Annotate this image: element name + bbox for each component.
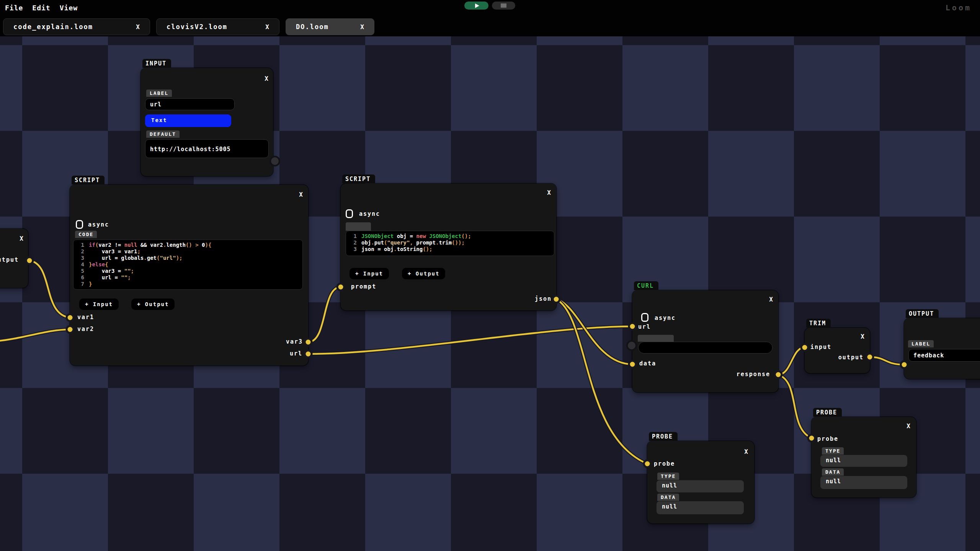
port-url-label: url xyxy=(290,350,302,357)
add-input-button[interactable]: + Input xyxy=(79,298,119,310)
tab-bar: code_explain.loom X clovisV2.loom X DO.l… xyxy=(3,18,374,35)
close-icon[interactable]: X xyxy=(20,235,23,242)
node-input[interactable]: INPUT X LABEL Text DEFAULT xyxy=(141,68,273,176)
run-button[interactable] xyxy=(464,2,488,10)
port-var2-label: var2 xyxy=(77,326,94,333)
stop-button[interactable] xyxy=(492,2,515,10)
node-probe-1[interactable]: PROBE X probe TYPE null DATA null xyxy=(647,441,754,523)
port-prompt-label: prompt xyxy=(351,283,376,290)
port-response-label: response xyxy=(737,371,770,378)
data-value: null xyxy=(657,501,744,514)
code-line: 3 url = globals.get("url"); xyxy=(76,255,299,261)
menu-file[interactable]: File xyxy=(5,4,23,12)
node-type-tag: SCRIPT xyxy=(342,174,375,183)
port-url-label: url xyxy=(638,323,651,330)
node-type-tag: CURL xyxy=(634,281,658,290)
close-icon[interactable]: X xyxy=(299,191,303,198)
async-checkbox[interactable] xyxy=(346,209,353,218)
code-tag-empty xyxy=(346,222,371,231)
async-label: async xyxy=(88,221,109,228)
data-tag: DATA xyxy=(822,468,844,476)
label-tag: LABEL xyxy=(146,90,172,97)
tab-close-icon[interactable]: X xyxy=(360,23,364,31)
type-select-button[interactable]: Text xyxy=(145,114,231,127)
app-title: Loom xyxy=(946,3,972,12)
node-probe-2[interactable]: PROBE X probe TYPE null DATA null xyxy=(812,417,916,497)
node-type-tag: TRIM xyxy=(806,319,831,328)
port-var3-label: var3 xyxy=(286,338,303,345)
node-type-tag: OUTPUT xyxy=(906,309,939,318)
curl-url-field[interactable] xyxy=(638,342,773,354)
node-script-2[interactable]: SCRIPT X async 1JSONObject obj = new JSO… xyxy=(341,184,556,310)
node-output[interactable]: OUTPUT LABEL xyxy=(904,318,980,379)
node-type-tag: SCRIPT xyxy=(72,176,105,184)
node-cutoff-left[interactable]: X output xyxy=(0,229,28,288)
port-json-label: json xyxy=(535,295,552,302)
tab-do-loom-active[interactable]: DO.loom X xyxy=(286,18,374,35)
node-type-tag: INPUT xyxy=(142,59,171,68)
menubar: File Edit View xyxy=(5,4,78,12)
header-bar: File Edit View Loom code_explain.loom X … xyxy=(0,0,980,36)
port-data-label: data xyxy=(639,360,656,367)
menu-view[interactable]: View xyxy=(60,4,78,12)
close-icon[interactable]: X xyxy=(861,333,864,340)
label-tag: LABEL xyxy=(908,340,934,347)
data-value: null xyxy=(820,476,907,489)
port-output-label: output xyxy=(0,256,19,263)
data-tag: DATA xyxy=(657,494,679,501)
code-line: 5 var3 = ""; xyxy=(76,268,299,274)
code-line: 3json = obj.toString(); xyxy=(348,246,550,253)
field-tag-empty xyxy=(638,335,674,342)
tab-code-explain[interactable]: code_explain.loom X xyxy=(3,18,150,35)
close-icon[interactable]: X xyxy=(769,296,773,303)
input-label-field[interactable] xyxy=(145,98,235,110)
add-output-button[interactable]: + Output xyxy=(402,268,445,279)
add-input-button[interactable]: + Input xyxy=(350,268,389,279)
node-type-tag: PROBE xyxy=(813,408,842,417)
close-icon[interactable]: X xyxy=(547,189,551,196)
code-editor[interactable]: 1JSONObject obj = new JSONObject();2obj.… xyxy=(346,231,554,256)
async-label: async xyxy=(359,210,380,217)
close-icon[interactable]: X xyxy=(744,448,748,455)
code-line: 2 var3 = var1; xyxy=(76,248,299,255)
port-probe-label: probe xyxy=(817,435,838,442)
type-value: null xyxy=(820,455,907,467)
close-icon[interactable]: X xyxy=(906,422,910,430)
code-line: 7} xyxy=(76,281,299,287)
input-default-field[interactable] xyxy=(145,139,269,158)
close-icon[interactable]: X xyxy=(265,75,268,82)
node-type-tag: PROBE xyxy=(649,432,678,441)
type-value: null xyxy=(657,480,744,492)
loom-app: File Edit View Loom code_explain.loom X … xyxy=(0,0,980,551)
tab-close-icon[interactable]: X xyxy=(136,23,140,31)
menu-edit[interactable]: Edit xyxy=(32,4,50,12)
type-tag: TYPE xyxy=(657,473,679,480)
port-input-label: input xyxy=(810,344,831,350)
async-checkbox[interactable] xyxy=(76,220,83,229)
node-script-1[interactable]: SCRIPT X async CODE 1if(var2 != null && … xyxy=(70,185,308,365)
port-var1-label: var1 xyxy=(77,314,94,321)
async-checkbox[interactable] xyxy=(641,313,648,322)
play-icon xyxy=(475,3,479,8)
node-curl[interactable]: CURL X async url data response xyxy=(632,290,778,392)
code-line: 1JSONObject obj = new JSONObject(); xyxy=(348,233,550,240)
code-line: 6 url = ""; xyxy=(76,274,299,281)
code-tag: CODE xyxy=(75,231,97,238)
tab-clovisv2[interactable]: clovisV2.loom X xyxy=(156,18,279,35)
code-line: 2obj.put("query", prompt.trim()); xyxy=(348,240,550,246)
code-line: 4}else{ xyxy=(76,261,299,268)
default-tag: DEFAULT xyxy=(146,130,180,138)
type-tag: TYPE xyxy=(822,447,844,455)
port-output-label: output xyxy=(838,354,864,361)
code-editor[interactable]: 1if(var2 != null && var2.length() > 0){2… xyxy=(73,240,303,290)
port-probe-label: probe xyxy=(654,460,675,467)
stop-icon xyxy=(501,3,506,8)
async-label: async xyxy=(655,315,676,321)
output-label-field[interactable] xyxy=(908,349,980,362)
code-line: 1if(var2 != null && var2.length() > 0){ xyxy=(76,242,299,248)
node-trim[interactable]: TRIM X input output xyxy=(805,328,870,373)
add-output-button[interactable]: + Output xyxy=(131,298,175,310)
tab-close-icon[interactable]: X xyxy=(265,23,269,31)
